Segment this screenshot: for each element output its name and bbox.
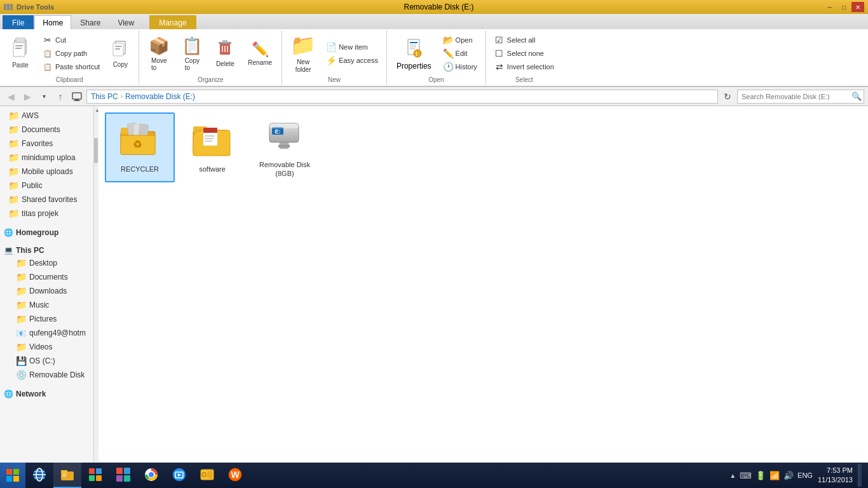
taskbar-icon-app3[interactable]: [81, 463, 109, 488]
taskbar-icon-app7[interactable]: [193, 463, 221, 488]
copy-path-icon: 📋: [43, 50, 53, 58]
software-folder-icon: [192, 121, 233, 162]
new-folder-button[interactable]: 📁 Newfolder: [286, 33, 320, 74]
sidebar-item-os-c[interactable]: 💾 OS (C:): [0, 354, 98, 368]
sidebar-item-documents-pc[interactable]: 📁 Documents: [0, 270, 98, 284]
edit-button[interactable]: ✏️ Edit: [438, 47, 482, 60]
sidebar-network[interactable]: 🌐 Network: [0, 387, 98, 400]
copy-path-button[interactable]: 📋 Copy path: [38, 47, 104, 60]
copy-to-button[interactable]: 📋 Copyto: [176, 33, 208, 74]
taskbar-icon-app8[interactable]: W: [221, 463, 249, 488]
start-button[interactable]: [0, 463, 25, 488]
sidebar-item-desktop[interactable]: 📁 Desktop: [0, 256, 98, 270]
tab-view[interactable]: View: [109, 15, 142, 29]
svg-rect-42: [269, 123, 299, 128]
svg-rect-1: [16, 37, 25, 43]
content-area[interactable]: ♻ RECYCLER: [98, 106, 868, 473]
sidebar-item-removable[interactable]: 💿 Removable Disk: [0, 368, 98, 382]
folder-icon-music: 📁: [15, 300, 27, 310]
invert-selection-button[interactable]: ⇄ Invert selection: [490, 60, 559, 73]
refresh-button[interactable]: ↻: [721, 90, 735, 104]
select-none-button[interactable]: ☐ Select none: [490, 47, 559, 60]
file-item-removable-disk[interactable]: E: Removable Disk (8GB): [250, 112, 320, 182]
scrollbar-up-arrow[interactable]: ▲: [95, 107, 98, 113]
search-input[interactable]: [737, 90, 864, 104]
rename-button[interactable]: ✏️ Rename: [242, 33, 278, 74]
open-group-label: Open: [428, 76, 444, 83]
move-to-label: Moveto: [151, 57, 166, 71]
clock-date: 11/13/2013: [818, 475, 853, 485]
scrollbar-thumb[interactable]: [94, 138, 98, 163]
move-to-button[interactable]: 📦 Moveto: [143, 33, 175, 74]
clipboard-sm-group: ✂ Cut 📋 Copy path 📋 Paste shortcut: [38, 34, 104, 73]
taskbar-icon-explorer[interactable]: [53, 463, 81, 488]
sidebar-item-shared[interactable]: 📁 Shared favorites: [0, 193, 98, 207]
svg-text:♻: ♻: [133, 139, 142, 150]
sidebar-item-videos[interactable]: 📁 Videos: [0, 340, 98, 354]
svg-point-75: [149, 473, 153, 477]
maximize-button[interactable]: □: [837, 2, 850, 12]
sidebar-item-aws[interactable]: 📁 AWS: [0, 109, 98, 123]
sidebar-item-documents-fav[interactable]: 📁 Documents: [0, 123, 98, 137]
file-item-recycler[interactable]: ♻ RECYCLER: [105, 112, 175, 182]
svg-rect-18: [410, 46, 416, 48]
taskbar-icon-app4[interactable]: [109, 463, 137, 488]
properties-button[interactable]: ! Properties: [391, 33, 437, 74]
svg-rect-16: [410, 42, 417, 43]
sidebar-this-pc[interactable]: 💻 This PC: [0, 243, 98, 256]
sidebar-item-downloads[interactable]: 📁 Downloads: [0, 284, 98, 298]
svg-rect-67: [89, 475, 95, 481]
drive-tools-label: Drive Tools: [17, 3, 54, 11]
system-tray: ▲ ⌨ 🔋 📶 🔊 ENG: [729, 471, 813, 480]
select-all-button[interactable]: ☑ Select all: [490, 34, 559, 46]
sidebar-item-titas[interactable]: 📁 titas projek: [0, 207, 98, 220]
new-item-button[interactable]: 📄 New item: [322, 41, 383, 53]
sidebar-item-pictures[interactable]: 📁 Pictures: [0, 312, 98, 326]
taskbar-icon-app6[interactable]: [165, 463, 193, 488]
open-button[interactable]: 📂 Open: [438, 34, 482, 46]
close-button[interactable]: ✕: [851, 2, 864, 12]
tab-file[interactable]: File: [3, 15, 34, 29]
breadcrumb-this-pc[interactable]: This PC: [91, 92, 118, 101]
taskbar-icon-chrome[interactable]: [137, 463, 165, 488]
svg-rect-71: [116, 475, 123, 482]
email-icon: 📧: [15, 329, 27, 338]
recent-locations-button[interactable]: ▾: [37, 90, 51, 104]
file-item-software[interactable]: software: [177, 112, 247, 182]
sidebar-item-music[interactable]: 📁 Music: [0, 298, 98, 312]
tab-home[interactable]: Home: [34, 15, 71, 29]
folder-icon-documents: 📁: [15, 272, 27, 282]
show-desktop-button[interactable]: [858, 464, 862, 487]
sidebar-item-public[interactable]: 📁 Public: [0, 179, 98, 193]
copy-to-icon: 📋: [182, 36, 202, 56]
sidebar-homegroup[interactable]: 🌐 Homegroup: [0, 226, 98, 238]
breadcrumb: This PC › Removable Disk (E:): [86, 90, 718, 104]
up-button[interactable]: ↑: [53, 90, 67, 104]
clock[interactable]: 7:53 PM 11/13/2013: [818, 466, 853, 485]
taskbar-icon-ie[interactable]: [25, 463, 53, 488]
copy-button[interactable]: Copy: [105, 33, 135, 74]
forward-button[interactable]: ▶: [20, 90, 34, 104]
tab-manage[interactable]: Manage: [149, 15, 196, 29]
sidebar-scrollbar[interactable]: ▲ ▼: [93, 106, 98, 473]
computer-button[interactable]: [70, 90, 84, 104]
breadcrumb-current[interactable]: Removable Disk (E:): [125, 92, 195, 101]
paste-shortcut-button[interactable]: 📋 Paste shortcut: [38, 60, 104, 73]
svg-rect-17: [410, 44, 416, 46]
history-button[interactable]: 🕐 History: [438, 60, 482, 73]
search-icon[interactable]: 🔍: [851, 92, 862, 101]
sidebar-item-minidump[interactable]: 📁 minidump uploa: [0, 151, 98, 165]
tray-arrow[interactable]: ▲: [729, 472, 736, 479]
svg-rect-52: [6, 469, 12, 475]
paste-button[interactable]: Paste: [4, 33, 37, 74]
sidebar-item-mobile[interactable]: 📁 Mobile uploads: [0, 165, 98, 179]
minimize-button[interactable]: ─: [824, 2, 836, 12]
back-button[interactable]: ◀: [4, 90, 18, 104]
sidebar-item-email[interactable]: 📧 qufeng49@hotm: [0, 326, 98, 340]
tab-share[interactable]: Share: [72, 15, 109, 29]
easy-access-button[interactable]: ⚡ Easy access: [322, 54, 383, 67]
tray-lang[interactable]: ENG: [797, 471, 813, 479]
cut-button[interactable]: ✂ Cut: [38, 34, 104, 46]
sidebar-item-favorites[interactable]: 📁 Favorites: [0, 137, 98, 151]
delete-button[interactable]: Delete: [209, 33, 241, 74]
